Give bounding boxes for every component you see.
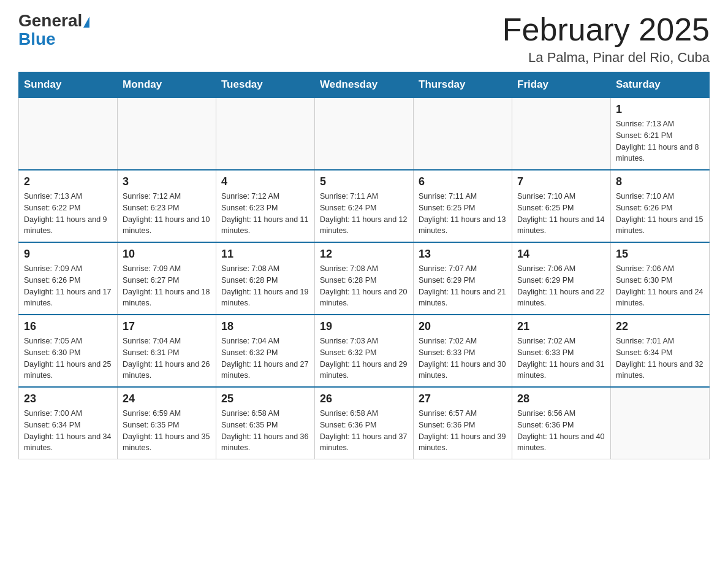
calendar-cell: 20Sunrise: 7:02 AMSunset: 6:33 PMDayligh… (414, 315, 512, 387)
calendar-cell: 10Sunrise: 7:09 AMSunset: 6:27 PMDayligh… (118, 242, 216, 315)
calendar-cell: 6Sunrise: 7:11 AMSunset: 6:25 PMDaylight… (414, 170, 512, 242)
day-number: 7 (517, 175, 605, 188)
day-info: Sunrise: 6:58 AMSunset: 6:35 PMDaylight:… (221, 408, 309, 454)
day-number: 15 (616, 248, 704, 261)
day-info: Sunrise: 7:09 AMSunset: 6:26 PMDaylight:… (24, 263, 112, 309)
day-info: Sunrise: 7:00 AMSunset: 6:34 PMDaylight:… (24, 408, 112, 454)
day-number: 21 (517, 320, 605, 333)
calendar-week-5: 23Sunrise: 7:00 AMSunset: 6:34 PMDayligh… (19, 387, 710, 459)
calendar-cell: 26Sunrise: 6:58 AMSunset: 6:36 PMDayligh… (315, 387, 414, 459)
calendar-cell (216, 98, 315, 170)
day-info: Sunrise: 7:03 AMSunset: 6:32 PMDaylight:… (320, 335, 408, 381)
calendar-cell: 5Sunrise: 7:11 AMSunset: 6:24 PMDaylight… (315, 170, 414, 242)
day-number: 18 (221, 320, 309, 333)
day-info: Sunrise: 6:58 AMSunset: 6:36 PMDaylight:… (320, 408, 408, 454)
calendar-cell: 21Sunrise: 7:02 AMSunset: 6:33 PMDayligh… (512, 315, 611, 387)
day-number: 12 (320, 248, 408, 261)
day-info: Sunrise: 7:01 AMSunset: 6:34 PMDaylight:… (616, 335, 704, 381)
weekday-header-saturday: Saturday (611, 72, 710, 98)
day-number: 1 (616, 103, 704, 116)
weekday-header-friday: Friday (512, 72, 611, 98)
logo-blue-text: Blue (18, 31, 56, 48)
calendar-cell: 1Sunrise: 7:13 AMSunset: 6:21 PMDaylight… (611, 98, 710, 170)
weekday-header-monday: Monday (118, 72, 216, 98)
day-number: 4 (221, 175, 309, 188)
weekday-header-wednesday: Wednesday (315, 72, 414, 98)
weekday-header-thursday: Thursday (414, 72, 512, 98)
calendar-cell: 16Sunrise: 7:05 AMSunset: 6:30 PMDayligh… (19, 315, 118, 387)
calendar-cell: 25Sunrise: 6:58 AMSunset: 6:35 PMDayligh… (216, 387, 315, 459)
calendar-header-row: SundayMondayTuesdayWednesdayThursdayFrid… (19, 72, 710, 98)
calendar-week-3: 9Sunrise: 7:09 AMSunset: 6:26 PMDaylight… (19, 242, 710, 315)
day-number: 24 (123, 393, 211, 405)
day-number: 5 (320, 175, 408, 188)
day-number: 28 (517, 393, 605, 405)
day-number: 16 (24, 320, 112, 333)
day-info: Sunrise: 7:11 AMSunset: 6:25 PMDaylight:… (419, 191, 507, 237)
calendar-cell (611, 387, 710, 459)
day-number: 23 (24, 393, 112, 405)
calendar-cell: 22Sunrise: 7:01 AMSunset: 6:34 PMDayligh… (611, 315, 710, 387)
day-number: 25 (221, 393, 309, 405)
day-info: Sunrise: 7:10 AMSunset: 6:26 PMDaylight:… (616, 191, 704, 237)
day-number: 3 (123, 175, 211, 188)
day-number: 22 (616, 320, 704, 333)
location-title: La Palma, Pinar del Rio, Cuba (502, 50, 710, 66)
day-info: Sunrise: 7:06 AMSunset: 6:29 PMDaylight:… (517, 263, 605, 309)
calendar-week-2: 2Sunrise: 7:13 AMSunset: 6:22 PMDaylight… (19, 170, 710, 242)
calendar-cell: 14Sunrise: 7:06 AMSunset: 6:29 PMDayligh… (512, 242, 611, 315)
logo-general-text: General (18, 12, 89, 29)
day-info: Sunrise: 7:07 AMSunset: 6:29 PMDaylight:… (419, 263, 507, 309)
calendar-cell: 24Sunrise: 6:59 AMSunset: 6:35 PMDayligh… (118, 387, 216, 459)
calendar-cell: 28Sunrise: 6:56 AMSunset: 6:36 PMDayligh… (512, 387, 611, 459)
calendar-table: SundayMondayTuesdayWednesdayThursdayFrid… (18, 72, 710, 459)
calendar-cell: 4Sunrise: 7:12 AMSunset: 6:23 PMDaylight… (216, 170, 315, 242)
calendar-cell (512, 98, 611, 170)
calendar-cell (118, 98, 216, 170)
month-title: February 2025 (502, 12, 710, 47)
day-info: Sunrise: 7:05 AMSunset: 6:30 PMDaylight:… (24, 335, 112, 381)
day-number: 9 (24, 248, 112, 261)
logo: General Blue (18, 12, 89, 48)
calendar-cell: 9Sunrise: 7:09 AMSunset: 6:26 PMDaylight… (19, 242, 118, 315)
day-info: Sunrise: 6:56 AMSunset: 6:36 PMDaylight:… (517, 408, 605, 454)
calendar-cell: 15Sunrise: 7:06 AMSunset: 6:30 PMDayligh… (611, 242, 710, 315)
calendar-cell: 18Sunrise: 7:04 AMSunset: 6:32 PMDayligh… (216, 315, 315, 387)
day-info: Sunrise: 7:10 AMSunset: 6:25 PMDaylight:… (517, 191, 605, 237)
day-number: 10 (123, 248, 211, 261)
day-number: 20 (419, 320, 507, 333)
calendar-cell: 7Sunrise: 7:10 AMSunset: 6:25 PMDaylight… (512, 170, 611, 242)
calendar-cell (315, 98, 414, 170)
logo-triangle-icon (83, 17, 89, 28)
calendar-cell (414, 98, 512, 170)
calendar-cell: 17Sunrise: 7:04 AMSunset: 6:31 PMDayligh… (118, 315, 216, 387)
day-number: 8 (616, 175, 704, 188)
calendar-cell: 19Sunrise: 7:03 AMSunset: 6:32 PMDayligh… (315, 315, 414, 387)
calendar-cell: 13Sunrise: 7:07 AMSunset: 6:29 PMDayligh… (414, 242, 512, 315)
day-info: Sunrise: 7:12 AMSunset: 6:23 PMDaylight:… (221, 191, 309, 237)
day-info: Sunrise: 7:12 AMSunset: 6:23 PMDaylight:… (123, 191, 211, 237)
day-info: Sunrise: 7:02 AMSunset: 6:33 PMDaylight:… (517, 335, 605, 381)
day-number: 17 (123, 320, 211, 333)
day-info: Sunrise: 6:57 AMSunset: 6:36 PMDaylight:… (419, 408, 507, 454)
weekday-header-sunday: Sunday (19, 72, 118, 98)
calendar-cell: 2Sunrise: 7:13 AMSunset: 6:22 PMDaylight… (19, 170, 118, 242)
day-number: 27 (419, 393, 507, 405)
calendar-cell: 3Sunrise: 7:12 AMSunset: 6:23 PMDaylight… (118, 170, 216, 242)
day-info: Sunrise: 7:13 AMSunset: 6:22 PMDaylight:… (24, 191, 112, 237)
calendar-week-4: 16Sunrise: 7:05 AMSunset: 6:30 PMDayligh… (19, 315, 710, 387)
calendar-week-1: 1Sunrise: 7:13 AMSunset: 6:21 PMDaylight… (19, 98, 710, 170)
day-info: Sunrise: 7:06 AMSunset: 6:30 PMDaylight:… (616, 263, 704, 309)
day-info: Sunrise: 7:08 AMSunset: 6:28 PMDaylight:… (320, 263, 408, 309)
day-number: 26 (320, 393, 408, 405)
title-block: February 2025 La Palma, Pinar del Rio, C… (502, 12, 710, 66)
calendar-cell: 8Sunrise: 7:10 AMSunset: 6:26 PMDaylight… (611, 170, 710, 242)
calendar-cell (19, 98, 118, 170)
day-number: 11 (221, 248, 309, 261)
day-info: Sunrise: 6:59 AMSunset: 6:35 PMDaylight:… (123, 408, 211, 454)
day-number: 14 (517, 248, 605, 261)
day-number: 6 (419, 175, 507, 188)
day-info: Sunrise: 7:02 AMSunset: 6:33 PMDaylight:… (419, 335, 507, 381)
day-number: 19 (320, 320, 408, 333)
day-info: Sunrise: 7:04 AMSunset: 6:31 PMDaylight:… (123, 335, 211, 381)
